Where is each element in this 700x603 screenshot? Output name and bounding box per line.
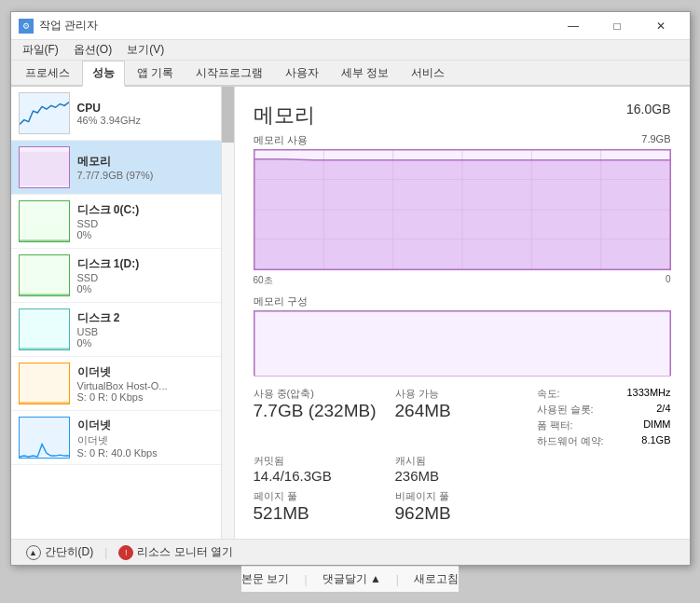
tab-details[interactable]: 세부 정보 — [331, 61, 399, 85]
in-use-value: 7.7GB (232MB) — [254, 401, 388, 421]
slots-row: 사용된 슬롯: 2/4 — [537, 403, 671, 417]
memory-usage-graph — [254, 149, 671, 270]
tab-users[interactable]: 사용자 — [275, 61, 329, 85]
footer-refresh-link[interactable]: 새로고침 — [414, 571, 459, 587]
sidebar-item-eth0[interactable]: 이더넷 VirtualBox Host-O... S: 0 R: 0 Kbps — [11, 357, 234, 411]
monitor-btn-label: 리소스 모니터 열기 — [137, 544, 233, 560]
form-value: DIMM — [643, 418, 670, 432]
stat-available: 사용 가능 264MB — [395, 387, 529, 448]
svg-rect-7 — [20, 418, 69, 458]
composition-section-label: 메모리 구성 — [254, 295, 671, 308]
disk1-name: 디스크 1(D:) — [77, 256, 226, 272]
disk1-detail1: SSD — [77, 272, 226, 283]
svg-rect-0 — [20, 93, 69, 133]
resource-monitor-button[interactable]: ! 리소스 모니터 열기 — [115, 542, 237, 562]
title-bar: ⚙ 작업 관리자 — □ ✕ — [11, 12, 690, 40]
non-paged-label: 비페이지 풀 — [395, 489, 529, 503]
stat-non-paged: 비페이지 풀 962MB — [395, 489, 529, 524]
graph-time-labels: 60초 0 — [254, 274, 671, 287]
cached-label: 캐시됨 — [395, 454, 529, 468]
sidebar-item-disk2[interactable]: 디스크 2 USB 0% — [11, 303, 234, 357]
eth1-thumbnail — [19, 417, 70, 459]
footer-comment-link[interactable]: 댓글달기 ▲ — [323, 571, 381, 587]
arrow-up-icon: ▲ — [26, 545, 41, 560]
form-row: 폼 팩터: DIMM — [537, 418, 671, 432]
memory-detail: 7.7/7.9GB (97%) — [77, 170, 226, 181]
sidebar-item-disk0[interactable]: 디스크 0(C:) SSD 0% — [11, 195, 234, 249]
menu-file[interactable]: 파일(F) — [15, 40, 66, 60]
task-manager-window: ⚙ 작업 관리자 — □ ✕ 파일(F) 옵션(O) 보기(V) 프로세스 성능… — [10, 11, 691, 566]
stat-paged: 페이지 풀 521MB — [254, 489, 388, 524]
disk2-info: 디스크 2 USB 0% — [77, 310, 226, 349]
disk1-thumbnail — [19, 254, 70, 296]
memory-thumbnail — [19, 146, 70, 188]
sidebar-item-memory[interactable]: 메모리 7.7/7.9GB (97%) — [11, 141, 234, 195]
disk0-name: 디스크 0(C:) — [77, 202, 226, 218]
maximize-button[interactable]: □ — [597, 12, 638, 40]
graph-label-text: 메모리 사용 — [254, 133, 308, 147]
disk2-name: 디스크 2 — [77, 310, 226, 326]
stat-committed: 커밋됨 14.4/16.3GB — [254, 454, 388, 484]
tab-app-history[interactable]: 앱 기록 — [127, 61, 184, 85]
main-header: 메모리 16.0GB — [254, 102, 671, 130]
time-end: 0 — [666, 274, 671, 287]
sidebar-list: CPU 46% 3.94GHz 메모리 7.7/7.9GB (97%) — [11, 87, 234, 539]
disk2-detail1: USB — [77, 326, 226, 337]
footer-view-link[interactable]: 본문 보기 — [241, 571, 289, 587]
speed-label: 속도: — [537, 387, 560, 401]
menu-options[interactable]: 옵션(O) — [66, 40, 119, 60]
tab-startup[interactable]: 시작프로그램 — [185, 61, 273, 85]
sidebar-item-cpu[interactable]: CPU 46% 3.94GHz — [11, 87, 234, 141]
tab-performance[interactable]: 성능 — [82, 61, 125, 87]
tabs-bar: 프로세스 성능 앱 기록 시작프로그램 사용자 세부 정보 서비스 — [11, 61, 690, 87]
tab-services[interactable]: 서비스 — [401, 61, 455, 85]
simple-view-button[interactable]: ▲ 간단히(D) — [22, 542, 98, 562]
memory-name: 메모리 — [77, 154, 226, 170]
window-title: 작업 관리자 — [39, 18, 553, 34]
sidebar-scrollbar-thumb[interactable] — [222, 87, 234, 143]
hardware-value: 8.1GB — [641, 434, 670, 448]
in-use-label: 사용 중(압축) — [254, 387, 388, 401]
cpu-thumbnail — [19, 92, 70, 134]
hardware-row: 하드웨어 예약: 8.1GB — [537, 434, 671, 448]
sidebar-scrollbar[interactable] — [221, 87, 234, 539]
bottom-divider: | — [104, 546, 107, 559]
memory-info: 메모리 7.7/7.9GB (97%) — [77, 154, 226, 181]
svg-rect-2 — [20, 152, 69, 185]
committed-value: 14.4/16.3GB — [254, 468, 388, 484]
available-value: 264MB — [395, 401, 529, 421]
menu-view[interactable]: 보기(V) — [119, 40, 172, 60]
speed-row: 속도: 1333MHz — [537, 387, 671, 401]
eth0-detail2: S: 0 R: 0 Kbps — [77, 391, 226, 403]
sidebar-item-disk1[interactable]: 디스크 1(D:) SSD 0% — [11, 249, 234, 303]
sidebar-item-eth1[interactable]: 이더넷 이더넷 S: 0 R: 40.0 Kbps — [11, 411, 234, 465]
hardware-label: 하드웨어 예약: — [537, 434, 604, 448]
eth0-thumbnail — [19, 363, 70, 404]
close-button[interactable]: ✕ — [640, 12, 682, 40]
graph-section-label: 메모리 사용 7.9GB — [254, 133, 671, 147]
right-stats: 속도: 1333MHz 사용된 슬롯: 2/4 폼 팩터: DIMM 하드웨어 … — [537, 387, 671, 448]
main-total: 16.0GB — [626, 102, 670, 116]
disk2-thumbnail — [19, 308, 70, 350]
svg-rect-19 — [254, 311, 670, 377]
speed-value: 1333MHz — [626, 387, 670, 401]
app-icon: ⚙ — [19, 19, 34, 34]
bottom-bar: ▲ 간단히(D) | ! 리소스 모니터 열기 — [11, 539, 690, 565]
svg-marker-17 — [254, 159, 670, 269]
cpu-detail: 46% 3.94GHz — [77, 115, 226, 126]
stats-grid: 사용 중(압축) 7.7GB (232MB) 사용 가능 264MB 속도: 1… — [254, 387, 671, 524]
committed-label: 커밋됨 — [254, 454, 388, 468]
svg-rect-6 — [20, 363, 69, 404]
title-buttons: — □ ✕ — [553, 12, 682, 40]
simple-btn-label: 간단히(D) — [45, 544, 94, 560]
slots-label: 사용된 슬롯: — [537, 403, 594, 417]
eth0-detail1: VirtualBox Host-O... — [77, 380, 226, 391]
resource-icon: ! — [118, 545, 133, 560]
cached-value: 236MB — [395, 468, 529, 484]
minimize-button[interactable]: — — [553, 12, 595, 40]
stat-cached: 캐시됨 236MB — [395, 454, 529, 484]
svg-rect-5 — [20, 309, 69, 349]
cpu-name: CPU — [77, 102, 226, 115]
paged-label: 페이지 풀 — [254, 489, 388, 503]
tab-process[interactable]: 프로세스 — [15, 61, 80, 85]
